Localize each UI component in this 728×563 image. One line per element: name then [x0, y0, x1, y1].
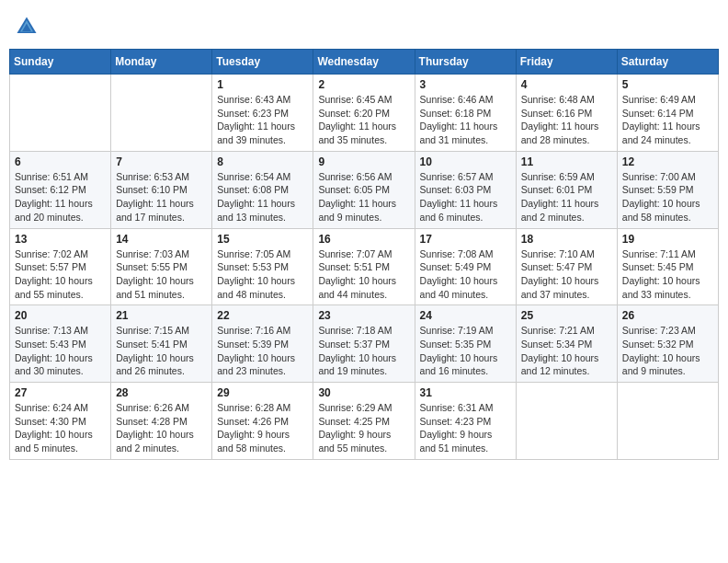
- day-number: 7: [116, 155, 207, 168]
- calendar-cell: 15Sunrise: 7:05 AM Sunset: 5:53 PM Dayli…: [212, 228, 313, 305]
- day-info: Sunrise: 6:43 AM Sunset: 6:23 PM Dayligh…: [217, 93, 308, 147]
- calendar-cell: 17Sunrise: 7:08 AM Sunset: 5:49 PM Dayli…: [415, 228, 516, 305]
- logo-icon: [14, 14, 40, 40]
- day-number: 29: [217, 386, 308, 399]
- day-number: 19: [622, 233, 713, 246]
- day-number: 14: [116, 233, 207, 246]
- day-number: 8: [217, 155, 308, 168]
- page-header: [9, 9, 719, 40]
- day-info: Sunrise: 7:16 AM Sunset: 5:39 PM Dayligh…: [217, 324, 308, 378]
- day-info: Sunrise: 7:18 AM Sunset: 5:37 PM Dayligh…: [318, 324, 409, 378]
- calendar-week-5: 27Sunrise: 6:24 AM Sunset: 4:30 PM Dayli…: [10, 383, 719, 460]
- day-info: Sunrise: 6:45 AM Sunset: 6:20 PM Dayligh…: [318, 93, 409, 147]
- calendar-header: SundayMondayTuesdayWednesdayThursdayFrid…: [10, 50, 719, 75]
- calendar-cell: 12Sunrise: 7:00 AM Sunset: 5:59 PM Dayli…: [617, 151, 718, 228]
- calendar-week-3: 13Sunrise: 7:02 AM Sunset: 5:57 PM Dayli…: [10, 228, 719, 305]
- day-number: 1: [217, 78, 308, 91]
- day-info: Sunrise: 6:24 AM Sunset: 4:30 PM Dayligh…: [15, 401, 106, 455]
- day-number: 28: [116, 386, 207, 399]
- day-number: 18: [521, 233, 612, 246]
- calendar-week-4: 20Sunrise: 7:13 AM Sunset: 5:43 PM Dayli…: [10, 305, 719, 383]
- day-info: Sunrise: 7:13 AM Sunset: 5:43 PM Dayligh…: [15, 324, 106, 378]
- calendar-cell: 5Sunrise: 6:49 AM Sunset: 6:14 PM Daylig…: [617, 75, 718, 152]
- day-number: 30: [318, 386, 409, 399]
- day-info: Sunrise: 6:26 AM Sunset: 4:28 PM Dayligh…: [116, 401, 207, 455]
- day-number: 3: [420, 78, 511, 91]
- day-info: Sunrise: 6:57 AM Sunset: 6:03 PM Dayligh…: [420, 170, 511, 224]
- day-info: Sunrise: 7:00 AM Sunset: 5:59 PM Dayligh…: [622, 170, 713, 224]
- day-number: 9: [318, 155, 409, 168]
- day-info: Sunrise: 7:02 AM Sunset: 5:57 PM Dayligh…: [15, 247, 106, 302]
- day-info: Sunrise: 6:46 AM Sunset: 6:18 PM Dayligh…: [420, 93, 511, 147]
- day-info: Sunrise: 6:53 AM Sunset: 6:10 PM Dayligh…: [116, 170, 207, 224]
- day-info: Sunrise: 7:15 AM Sunset: 5:41 PM Dayligh…: [116, 324, 207, 378]
- calendar-cell: 11Sunrise: 6:59 AM Sunset: 6:01 PM Dayli…: [516, 151, 617, 228]
- day-info: Sunrise: 7:21 AM Sunset: 5:34 PM Dayligh…: [521, 324, 612, 378]
- day-info: Sunrise: 6:28 AM Sunset: 4:26 PM Dayligh…: [217, 401, 308, 455]
- day-info: Sunrise: 6:54 AM Sunset: 6:08 PM Dayligh…: [217, 170, 308, 224]
- calendar-cell: 29Sunrise: 6:28 AM Sunset: 4:26 PM Dayli…: [212, 383, 313, 460]
- weekday-header-sunday: Sunday: [10, 50, 111, 75]
- calendar-cell: [516, 383, 617, 460]
- calendar-cell: 9Sunrise: 6:56 AM Sunset: 6:05 PM Daylig…: [313, 151, 415, 228]
- calendar-cell: 26Sunrise: 7:23 AM Sunset: 5:32 PM Dayli…: [617, 305, 718, 383]
- day-number: 12: [622, 155, 713, 168]
- calendar-cell: 2Sunrise: 6:45 AM Sunset: 6:20 PM Daylig…: [313, 75, 415, 152]
- weekday-header-tuesday: Tuesday: [212, 50, 313, 75]
- day-info: Sunrise: 6:59 AM Sunset: 6:01 PM Dayligh…: [521, 170, 612, 224]
- calendar-cell: 28Sunrise: 6:26 AM Sunset: 4:28 PM Dayli…: [111, 383, 212, 460]
- weekday-header-monday: Monday: [111, 50, 212, 75]
- calendar-cell: 24Sunrise: 7:19 AM Sunset: 5:35 PM Dayli…: [415, 305, 516, 383]
- calendar-cell: 20Sunrise: 7:13 AM Sunset: 5:43 PM Dayli…: [10, 305, 111, 383]
- day-info: Sunrise: 7:08 AM Sunset: 5:49 PM Dayligh…: [420, 247, 511, 302]
- day-info: Sunrise: 7:11 AM Sunset: 5:45 PM Dayligh…: [622, 247, 713, 302]
- calendar-cell: 3Sunrise: 6:46 AM Sunset: 6:18 PM Daylig…: [415, 75, 516, 152]
- day-number: 22: [217, 309, 308, 322]
- day-info: Sunrise: 6:51 AM Sunset: 6:12 PM Dayligh…: [15, 170, 106, 224]
- day-number: 4: [521, 78, 612, 91]
- day-info: Sunrise: 6:56 AM Sunset: 6:05 PM Dayligh…: [318, 170, 409, 224]
- day-number: 5: [622, 78, 713, 91]
- day-number: 23: [318, 309, 409, 322]
- day-number: 15: [217, 233, 308, 246]
- day-number: 27: [15, 386, 106, 399]
- weekday-header-saturday: Saturday: [617, 50, 718, 75]
- day-info: Sunrise: 6:29 AM Sunset: 4:25 PM Dayligh…: [318, 401, 409, 455]
- calendar-cell: 13Sunrise: 7:02 AM Sunset: 5:57 PM Dayli…: [10, 228, 111, 305]
- day-number: 26: [622, 309, 713, 322]
- day-info: Sunrise: 7:05 AM Sunset: 5:53 PM Dayligh…: [217, 247, 308, 302]
- calendar-cell: 8Sunrise: 6:54 AM Sunset: 6:08 PM Daylig…: [212, 151, 313, 228]
- calendar-cell: 25Sunrise: 7:21 AM Sunset: 5:34 PM Dayli…: [516, 305, 617, 383]
- weekday-header-friday: Friday: [516, 50, 617, 75]
- calendar-cell: [10, 75, 111, 152]
- calendar-cell: 27Sunrise: 6:24 AM Sunset: 4:30 PM Dayli…: [10, 383, 111, 460]
- calendar-table: SundayMondayTuesdayWednesdayThursdayFrid…: [9, 49, 719, 460]
- logo: [14, 14, 45, 40]
- calendar-cell: 21Sunrise: 7:15 AM Sunset: 5:41 PM Dayli…: [111, 305, 212, 383]
- day-number: 13: [15, 233, 106, 246]
- calendar-cell: 10Sunrise: 6:57 AM Sunset: 6:03 PM Dayli…: [415, 151, 516, 228]
- day-number: 10: [420, 155, 511, 168]
- day-info: Sunrise: 6:49 AM Sunset: 6:14 PM Dayligh…: [622, 93, 713, 147]
- day-number: 2: [318, 78, 409, 91]
- day-info: Sunrise: 6:48 AM Sunset: 6:16 PM Dayligh…: [521, 93, 612, 147]
- day-number: 6: [15, 155, 106, 168]
- day-number: 17: [420, 233, 511, 246]
- day-number: 31: [420, 386, 511, 399]
- day-number: 21: [116, 309, 207, 322]
- calendar-week-1: 1Sunrise: 6:43 AM Sunset: 6:23 PM Daylig…: [10, 75, 719, 152]
- calendar-cell: 4Sunrise: 6:48 AM Sunset: 6:16 PM Daylig…: [516, 75, 617, 152]
- calendar-cell: 23Sunrise: 7:18 AM Sunset: 5:37 PM Dayli…: [313, 305, 415, 383]
- day-number: 24: [420, 309, 511, 322]
- calendar-cell: [111, 75, 212, 152]
- day-info: Sunrise: 6:31 AM Sunset: 4:23 PM Dayligh…: [420, 401, 511, 455]
- calendar-cell: 22Sunrise: 7:16 AM Sunset: 5:39 PM Dayli…: [212, 305, 313, 383]
- day-info: Sunrise: 7:10 AM Sunset: 5:47 PM Dayligh…: [521, 247, 612, 302]
- day-number: 11: [521, 155, 612, 168]
- calendar-cell: 16Sunrise: 7:07 AM Sunset: 5:51 PM Dayli…: [313, 228, 415, 305]
- day-number: 20: [15, 309, 106, 322]
- day-info: Sunrise: 7:23 AM Sunset: 5:32 PM Dayligh…: [622, 324, 713, 378]
- calendar-cell: 14Sunrise: 7:03 AM Sunset: 5:55 PM Dayli…: [111, 228, 212, 305]
- day-info: Sunrise: 7:19 AM Sunset: 5:35 PM Dayligh…: [420, 324, 511, 378]
- calendar-week-2: 6Sunrise: 6:51 AM Sunset: 6:12 PM Daylig…: [10, 151, 719, 228]
